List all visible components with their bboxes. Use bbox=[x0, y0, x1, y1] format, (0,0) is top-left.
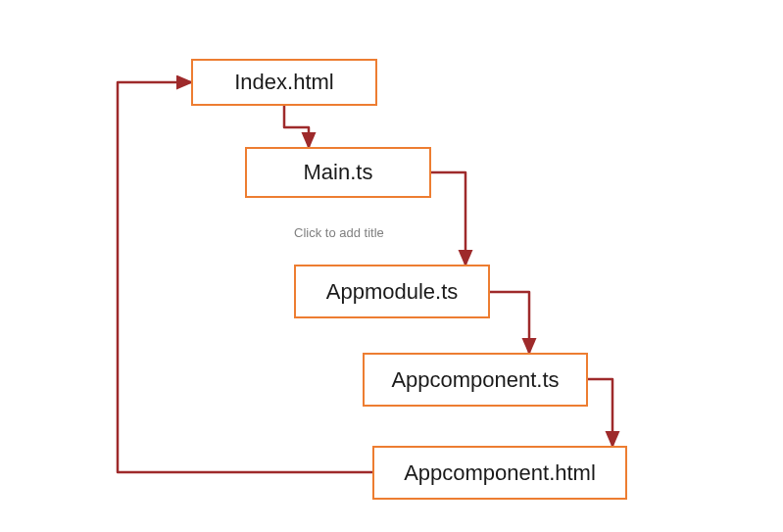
arrow-a3 bbox=[490, 292, 529, 353]
node-label: Index.html bbox=[234, 70, 334, 95]
node-appcomponent-html: Appcomponent.html bbox=[372, 446, 627, 500]
arrow-a4 bbox=[588, 379, 612, 446]
node-appcomponent-ts: Appcomponent.ts bbox=[363, 353, 588, 407]
node-label: Appmodule.ts bbox=[326, 279, 459, 305]
node-main-ts: Main.ts bbox=[245, 147, 431, 198]
node-index-html: Index.html bbox=[191, 59, 377, 106]
node-label: Appcomponent.ts bbox=[391, 367, 559, 393]
placeholder-text: Click to add title bbox=[294, 225, 384, 240]
arrow-a2 bbox=[431, 172, 465, 265]
node-label: Appcomponent.html bbox=[404, 460, 596, 486]
node-label: Main.ts bbox=[304, 160, 373, 185]
arrow-a1 bbox=[284, 106, 309, 147]
node-appmodule-ts: Appmodule.ts bbox=[294, 265, 490, 318]
diagram-canvas: Index.html Main.ts Appmodule.ts Appcompo… bbox=[0, 0, 783, 532]
title-placeholder[interactable]: Click to add title bbox=[294, 225, 384, 240]
